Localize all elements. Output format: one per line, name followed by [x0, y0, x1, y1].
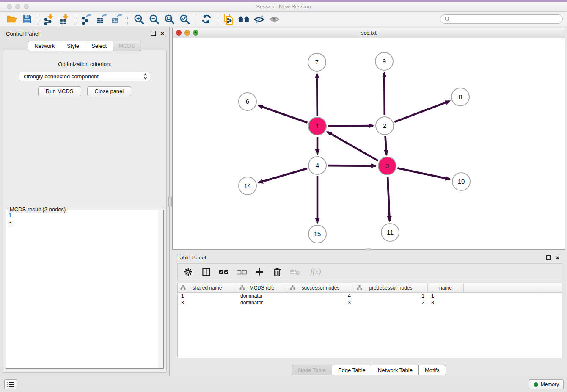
- table-cell[interactable]: 1: [354, 293, 428, 299]
- edge-1-7[interactable]: [317, 74, 317, 116]
- edge-3-1[interactable]: [327, 132, 378, 160]
- edge-2-9[interactable]: [384, 73, 385, 115]
- control-panel-tabs: Network Style Select MCDS: [0, 41, 169, 51]
- export-table-button[interactable]: [94, 13, 109, 25]
- column-header-successor-nodes[interactable]: successor nodes: [287, 283, 354, 292]
- close-table-panel-icon[interactable]: ×: [556, 254, 559, 261]
- tab-node-table[interactable]: Node Table: [292, 365, 332, 375]
- tree-icon: [239, 285, 245, 290]
- float-table-panel-icon[interactable]: [546, 255, 551, 260]
- search-box[interactable]: [440, 14, 563, 24]
- clone-network-button[interactable]: [221, 13, 236, 25]
- export-network-button[interactable]: [79, 13, 94, 25]
- mcds-buttons-row: Run MCDS Close panel: [3, 86, 166, 96]
- close-window-button[interactable]: [7, 4, 12, 9]
- edge-1-2[interactable]: [328, 126, 373, 126]
- control-panel: Control Panel × Network Style Select MCD…: [0, 27, 170, 376]
- tab-select[interactable]: Select: [85, 41, 113, 51]
- horizontal-splitter-handle[interactable]: [366, 248, 371, 251]
- network-close-button[interactable]: ×: [176, 30, 182, 36]
- float-panel-icon[interactable]: [151, 31, 156, 36]
- table-cell[interactable]: dominator: [237, 299, 287, 306]
- main-titlebar[interactable]: Session: New Session: [0, 2, 567, 12]
- zoom-in-button[interactable]: [131, 13, 146, 25]
- task-history-button[interactable]: [4, 379, 17, 389]
- zoom-fit-button[interactable]: [162, 13, 177, 25]
- mcds-result-text[interactable]: 1 3: [8, 212, 156, 367]
- graph-node-label-9: 9: [383, 58, 386, 65]
- close-panel-button[interactable]: Close panel: [87, 86, 132, 96]
- save-session-button[interactable]: [19, 13, 35, 25]
- window-title: Session: New Session: [0, 2, 567, 11]
- export-table-icon: [96, 13, 107, 25]
- export-image-button[interactable]: [109, 13, 124, 25]
- minimize-window-button[interactable]: [15, 4, 20, 9]
- node-table[interactable]: shared name MCDS role: [177, 283, 562, 358]
- table-cell[interactable]: 3: [178, 299, 237, 306]
- create-column-button[interactable]: [254, 266, 265, 277]
- select-all-columns-button[interactable]: [218, 266, 229, 277]
- first-neighbors-button[interactable]: [236, 13, 251, 25]
- edge-3-10[interactable]: [397, 168, 450, 179]
- tab-network-table[interactable]: Network Table: [372, 365, 419, 375]
- table-cell[interactable]: 2: [354, 299, 428, 306]
- column-label: predecessor nodes: [369, 285, 412, 291]
- result-scrollbar[interactable]: [158, 210, 163, 368]
- show-column-panel-button[interactable]: [201, 266, 212, 277]
- zoom-selected-button[interactable]: [177, 13, 192, 25]
- vertical-splitter-handle[interactable]: [168, 197, 172, 206]
- table-row[interactable]: 3dominator323: [178, 299, 562, 306]
- table-cell[interactable]: 1: [178, 293, 237, 299]
- show-all-button[interactable]: [267, 13, 282, 25]
- export-network-icon: [80, 13, 92, 25]
- edge-3-11[interactable]: [388, 177, 390, 221]
- network-window-titlebar[interactable]: × − + scc.txt: [173, 28, 565, 38]
- table-panel-window-buttons: ×: [546, 254, 559, 261]
- tab-motifs[interactable]: Motifs: [419, 365, 446, 375]
- tab-network[interactable]: Network: [28, 41, 61, 51]
- close-panel-icon[interactable]: ×: [160, 30, 164, 36]
- delete-table-button-disabled: [289, 266, 300, 277]
- column-header-shared-name[interactable]: shared name: [178, 283, 237, 292]
- eye-slash-icon: [253, 14, 265, 25]
- tab-style[interactable]: Style: [61, 41, 85, 51]
- edge-2-8[interactable]: [394, 101, 449, 122]
- delete-column-button[interactable]: [272, 266, 283, 277]
- run-mcds-button[interactable]: Run MCDS: [38, 86, 81, 96]
- save-icon: [22, 14, 33, 24]
- zoom-out-button[interactable]: [146, 13, 162, 25]
- optimization-criterion-select[interactable]: strongly connected component: [19, 72, 150, 81]
- network-minimize-button[interactable]: −: [184, 30, 190, 36]
- table-cell[interactable]: 1: [428, 293, 464, 299]
- table-cell[interactable]: dominator: [237, 293, 287, 299]
- table-settings-button[interactable]: [183, 266, 194, 277]
- status-bar: Memory: [0, 376, 567, 392]
- graph-node-label-6: 6: [246, 98, 249, 105]
- edge-4-3[interactable]: [328, 166, 376, 166]
- table-row[interactable]: 1dominator411: [178, 293, 562, 299]
- zoom-window-button[interactable]: [24, 4, 29, 9]
- search-input[interactable]: [453, 16, 559, 22]
- network-zoom-button[interactable]: +: [193, 30, 198, 36]
- table-cell[interactable]: 3: [428, 299, 464, 306]
- tab-edge-table[interactable]: Edge Table: [332, 365, 372, 375]
- control-panel-title: Control Panel: [6, 30, 39, 37]
- column-header-predecessor-nodes[interactable]: predecessor nodes: [354, 283, 428, 292]
- edge-4-14[interactable]: [259, 168, 307, 182]
- tab-mcds[interactable]: MCDS: [113, 41, 141, 51]
- edge-2-3[interactable]: [385, 136, 387, 155]
- unselect-all-columns-button[interactable]: [236, 266, 247, 277]
- open-file-button[interactable]: [4, 13, 19, 25]
- refresh-button[interactable]: [199, 13, 214, 25]
- column-header-name[interactable]: name: [428, 283, 464, 292]
- memory-button[interactable]: Memory: [529, 379, 564, 389]
- import-table-button[interactable]: [57, 13, 72, 25]
- window-controls: [7, 4, 29, 9]
- import-network-button[interactable]: [41, 13, 57, 25]
- hide-selected-button[interactable]: [251, 13, 267, 25]
- table-cell[interactable]: 4: [287, 293, 354, 299]
- table-cell[interactable]: 3: [287, 299, 354, 306]
- network-graph-canvas[interactable]: 7968124314101511: [173, 38, 565, 250]
- edge-1-6[interactable]: [258, 105, 307, 123]
- column-header-mcds-role[interactable]: MCDS role: [237, 283, 287, 292]
